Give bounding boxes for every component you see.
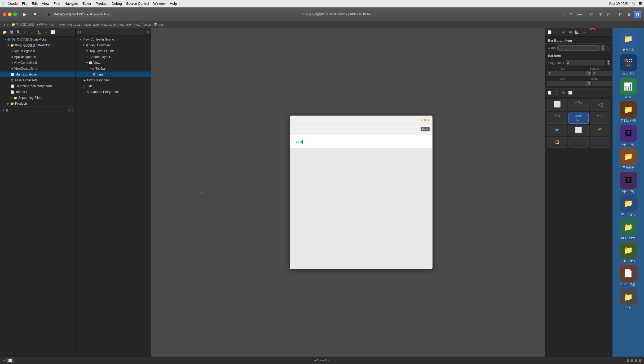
width-down-button[interactable]: ▼ — [601, 48, 605, 51]
scene-view[interactable]: ▶ ⬜ View — [76, 60, 151, 66]
menu-help[interactable]: Help — [170, 2, 177, 6]
close-window-button[interactable] — [3, 12, 6, 16]
desktop-icon-11[interactable]: 📁 桌面 — [616, 288, 640, 310]
tree-root-group[interactable]: ▶ 🔵 08-自定义键盘datePicker — [0, 37, 75, 42]
menu-source-control[interactable]: Source Control — [126, 2, 149, 6]
lib-item-9[interactable]: ⊡ — [547, 137, 567, 148]
image-inset-input[interactable] — [566, 60, 605, 65]
tree-info-plist[interactable]: 📄 Info.plist — [0, 89, 75, 95]
scene-exit[interactable]: ⬚ Exit — [76, 83, 151, 89]
image-inset-up[interactable]: ▲ — [607, 60, 610, 63]
lib-item-6[interactable]: ★ — [547, 125, 567, 136]
scene-back-button[interactable]: ◂ — [77, 30, 79, 34]
bc-viewcene[interactable]: View...cene — [101, 23, 116, 26]
search-navigator-icon[interactable]: 🔍 — [15, 29, 22, 35]
desktop-icon-4[interactable]: 🖼 nip….png — [616, 125, 640, 146]
bc-mainboard[interactable]: Mai...board — [68, 23, 82, 26]
desktop-icon-2[interactable]: 📊 xl.SX — [616, 78, 640, 99]
tree-launch-storyboard[interactable]: ⬜ LaunchScreen.storyboard — [0, 83, 75, 89]
bc-item[interactable]: 📦 Item — [154, 23, 164, 26]
bc-toolbar[interactable]: Toolbar — [142, 23, 152, 26]
desktop-icon-9[interactable]: 📁 ZJL…etail — [616, 242, 640, 263]
menu-navigate[interactable]: Navigate — [64, 2, 78, 6]
tree-products[interactable]: ▶ 📁 Products — [0, 101, 75, 106]
left-up-button[interactable]: ▲ — [587, 81, 591, 83]
run-button[interactable]: ▶ — [21, 10, 29, 19]
menu-product[interactable]: Product — [96, 2, 108, 6]
bc-mainase[interactable]: Main...ase) — [84, 23, 99, 26]
desktop-icon-1[interactable]: 🎬 未…视频 — [616, 54, 640, 76]
bc-view[interactable]: View — [134, 23, 140, 26]
desktop-icon-5[interactable]: 📁 车丹分享 — [616, 148, 640, 170]
menu-list-icon[interactable]: ☰ — [639, 2, 642, 6]
breadcrumb-forward-button[interactable]: ▸ — [6, 22, 10, 27]
scene-storyboard-entry[interactable]: → Storyboard Entry Point — [76, 89, 151, 95]
desktop-icon-10[interactable]: 📄 ios1…试题 — [616, 265, 640, 286]
scene-toolbar[interactable]: ▶ ⊞ Toolbar — [76, 66, 151, 72]
inspector-toggle-button[interactable]: ◨ — [634, 11, 641, 18]
scene-first-responder[interactable]: ⚡ First Responder — [76, 77, 151, 83]
scene-vc[interactable]: ▶ ⊞ View Controller — [76, 42, 151, 48]
tree-appdelegate-h[interactable]: H AppDelegate.h — [0, 48, 75, 54]
library-code-icon[interactable]: {} — [553, 90, 560, 96]
scheme-selector[interactable]: 📱 08-自定义键盘datePicker ▸ iPhone 6s Plus — [45, 11, 112, 17]
debug-area-button[interactable]: ⊟ — [625, 11, 633, 18]
lib-item-8[interactable]: ⊙ — [590, 125, 610, 136]
desktop-icon-8[interactable]: 📁 KSI…aster — [616, 219, 640, 239]
bc-viewoller[interactable]: View...oller — [118, 23, 132, 26]
grid-view-button[interactable]: ⊞ — [638, 358, 641, 362]
desktop-icon-3[interactable]: 📁 第13…业班 — [616, 101, 640, 123]
report-navigator-icon[interactable]: 📊 — [50, 29, 56, 35]
maximize-window-button[interactable] — [13, 12, 17, 16]
menu-file[interactable]: File — [22, 2, 28, 6]
width-up-button[interactable]: ▲ — [601, 45, 605, 48]
fit-button[interactable]: ⊕ — [630, 358, 633, 362]
left-input[interactable] — [548, 81, 587, 86]
library-objects-icon[interactable]: ⊙ — [560, 90, 567, 96]
issues-navigator-icon[interactable]: ⚠ — [22, 29, 29, 35]
stop-button[interactable]: ■ — [31, 10, 39, 19]
view-assistant-button[interactable]: ◫ — [597, 11, 604, 18]
zoom-in-button[interactable]: ⊕ — [634, 358, 637, 362]
scene-bottom-layout[interactable]: ⊥ Bottom Layout... — [76, 54, 151, 60]
scene-zoom-button[interactable]: ⊕ — [146, 30, 149, 34]
breadcrumb-back-button[interactable]: ◂ — [2, 22, 6, 27]
identity-inspector-icon[interactable]: ⊙ — [560, 29, 567, 35]
tree-main-storyboard[interactable]: ⬜ Main.storyboard — [0, 72, 75, 77]
menu-find[interactable]: Find — [54, 2, 60, 6]
toolbar-item-chip[interactable]: Item — [421, 127, 429, 131]
menu-debug[interactable]: Debug — [112, 2, 122, 6]
menu-editor[interactable]: Editor — [82, 2, 91, 6]
tree-appdelegate-m[interactable]: M AppDelegate.m — [0, 54, 75, 60]
left-down-button[interactable]: ▼ — [587, 83, 591, 86]
scene-vc-scene[interactable]: ▶ View Controller Scene — [76, 37, 151, 42]
quick-help-icon[interactable]: ? — [553, 29, 560, 35]
breakpoint-navigator-icon[interactable]: → — [43, 29, 49, 35]
bc-project[interactable]: 📁 08-自定义键盘datePicker — [12, 23, 48, 26]
navigator-toggle-button[interactable]: ⫿ — [559, 11, 567, 18]
view-toggle-button[interactable]: ⬜ — [6, 358, 14, 363]
symbol-navigator-icon[interactable]: 🔮 — [8, 29, 15, 35]
add-file-button[interactable]: + — [2, 108, 5, 113]
bc-picker[interactable]: 08----Picker — [51, 23, 66, 26]
zoom-out-button[interactable]: ⊖ — [627, 358, 629, 362]
tree-supporting-files[interactable]: ▶ 📁 Supporting Files — [0, 95, 75, 101]
minimize-window-button[interactable] — [8, 12, 12, 16]
top-up-button[interactable]: ▲ — [587, 71, 591, 73]
lib-item-2[interactable]: ◁ — [590, 99, 610, 111]
debug-navigator-icon[interactable]: 🐛 — [36, 29, 42, 35]
library-files-icon[interactable]: 📄 — [546, 90, 553, 96]
tree-subgroup[interactable]: ▶ 📁 08-自定义键盘datePicker — [0, 42, 75, 48]
file-navigator-icon[interactable]: 📁 — [2, 29, 8, 35]
lib-item-0[interactable]: ⬜ — [547, 99, 567, 111]
image-inset-down[interactable]: ▼ — [607, 63, 610, 65]
search-menu-icon[interactable]: 🔍 — [632, 2, 636, 6]
apple-menu[interactable]:  — [2, 1, 4, 6]
tree-viewcontroller-m[interactable]: M ViewController.m — [0, 66, 75, 72]
scene-top-layout[interactable]: ⊤ Top Layout Guide — [76, 48, 151, 54]
file-inspector-icon[interactable]: 📄 — [546, 29, 553, 35]
desktop-icon-7[interactable]: 📁 07-…(优化 — [616, 195, 640, 216]
top-down-button[interactable]: ▼ — [587, 73, 591, 76]
view-standard-button[interactable]: ◻ — [588, 11, 596, 18]
attributes-inspector-icon[interactable]: ⊞ — [567, 29, 574, 35]
